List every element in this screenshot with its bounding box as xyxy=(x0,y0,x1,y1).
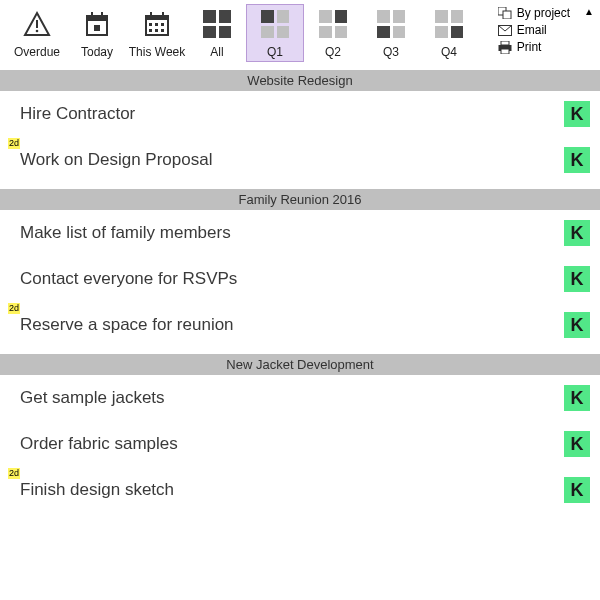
task-title-wrap: Get sample jackets xyxy=(20,388,564,408)
assignee-badge[interactable]: K xyxy=(564,266,590,292)
task-row[interactable]: Contact everyone for RSVPsK xyxy=(0,256,600,302)
grid-q3-icon xyxy=(376,9,406,39)
svg-rect-9 xyxy=(150,12,152,17)
tab-q2[interactable]: Q2 xyxy=(304,4,362,62)
task-row[interactable]: Get sample jacketsK xyxy=(0,375,600,421)
task-row[interactable]: 2dWork on Design ProposalK xyxy=(0,137,600,183)
menu-email[interactable]: Email xyxy=(498,23,570,37)
svg-rect-18 xyxy=(503,11,511,19)
task-title: Hire Contractor xyxy=(20,104,135,123)
side-menu: By project Email Print xyxy=(498,4,570,54)
assignee-badge[interactable]: K xyxy=(564,220,590,246)
svg-rect-10 xyxy=(162,12,164,17)
grid-q4-icon xyxy=(434,9,464,39)
task-title-wrap: Hire Contractor xyxy=(20,104,564,124)
section-header: Website Redesign xyxy=(0,70,600,91)
tab-today[interactable]: Today xyxy=(68,4,126,62)
toolbar: Overdue Today This Week All Q1 Q2 xyxy=(0,0,600,62)
svg-rect-12 xyxy=(155,23,158,26)
assignee-badge[interactable]: K xyxy=(564,312,590,338)
svg-rect-8 xyxy=(146,16,168,20)
assignee-badge[interactable]: K xyxy=(564,477,590,503)
section-header: New Jacket Development xyxy=(0,354,600,375)
svg-rect-16 xyxy=(161,29,164,32)
assignee-badge[interactable]: K xyxy=(564,431,590,457)
task-title: Order fabric samples xyxy=(20,434,178,453)
task-title-wrap: Order fabric samples xyxy=(20,434,564,454)
grid-q1-icon xyxy=(260,9,290,39)
svg-rect-3 xyxy=(87,16,107,21)
tab-label: Today xyxy=(81,45,113,59)
task-title-wrap: 2dWork on Design Proposal xyxy=(20,150,564,170)
svg-rect-13 xyxy=(161,23,164,26)
task-row[interactable]: Order fabric samplesK xyxy=(0,421,600,467)
print-icon xyxy=(498,41,512,54)
svg-rect-15 xyxy=(155,29,158,32)
grid-all-icon xyxy=(202,9,232,39)
task-title-wrap: Contact everyone for RSVPs xyxy=(20,269,564,289)
task-title: Contact everyone for RSVPs xyxy=(20,269,237,288)
tab-label: Q3 xyxy=(383,45,399,59)
due-badge: 2d xyxy=(8,468,20,479)
menu-label: By project xyxy=(517,6,570,20)
tab-q4[interactable]: Q4 xyxy=(420,4,478,62)
svg-rect-14 xyxy=(149,29,152,32)
tab-overdue[interactable]: Overdue xyxy=(6,4,68,62)
tab-all[interactable]: All xyxy=(188,4,246,62)
svg-rect-5 xyxy=(101,12,103,17)
svg-rect-22 xyxy=(501,49,509,54)
collapse-arrow-icon[interactable]: ▲ xyxy=(584,6,594,17)
tab-q3[interactable]: Q3 xyxy=(362,4,420,62)
due-badge: 2d xyxy=(8,303,20,314)
tab-label: Overdue xyxy=(14,45,60,59)
task-row[interactable]: Make list of family membersK xyxy=(0,210,600,256)
tab-label: All xyxy=(210,45,223,59)
task-title: Work on Design Proposal xyxy=(20,150,212,169)
warning-icon xyxy=(22,9,52,39)
due-badge: 2d xyxy=(8,138,20,149)
assignee-badge[interactable]: K xyxy=(564,385,590,411)
menu-label: Print xyxy=(517,40,542,54)
assignee-badge[interactable]: K xyxy=(564,147,590,173)
email-icon xyxy=(498,25,512,36)
tab-label: Q1 xyxy=(267,45,283,59)
task-groups: Website RedesignHire ContractorK2dWork o… xyxy=(0,70,600,513)
menu-label: Email xyxy=(517,23,547,37)
group-by-project[interactable]: By project xyxy=(498,6,570,20)
calendar-day-icon xyxy=(82,9,112,39)
section-header: Family Reunion 2016 xyxy=(0,189,600,210)
group-icon xyxy=(498,7,512,19)
task-row[interactable]: Hire ContractorK xyxy=(0,91,600,137)
task-row[interactable]: 2dFinish design sketchK xyxy=(0,467,600,513)
task-title-wrap: Make list of family members xyxy=(20,223,564,243)
svg-rect-11 xyxy=(149,23,152,26)
svg-rect-20 xyxy=(501,41,509,45)
tab-q1[interactable]: Q1 xyxy=(246,4,304,62)
svg-rect-4 xyxy=(91,12,93,17)
task-title: Make list of family members xyxy=(20,223,231,242)
assignee-badge[interactable]: K xyxy=(564,101,590,127)
tab-label: Q4 xyxy=(441,45,457,59)
task-title: Get sample jackets xyxy=(20,388,165,407)
calendar-week-icon xyxy=(142,9,172,39)
svg-point-1 xyxy=(36,30,39,33)
svg-rect-6 xyxy=(94,25,100,31)
task-title-wrap: 2dReserve a space for reunion xyxy=(20,315,564,335)
menu-print[interactable]: Print xyxy=(498,40,570,54)
task-title: Finish design sketch xyxy=(20,480,174,499)
filter-tabs: Overdue Today This Week All Q1 Q2 xyxy=(6,4,478,62)
grid-q2-icon xyxy=(318,9,348,39)
task-title-wrap: 2dFinish design sketch xyxy=(20,480,564,500)
tab-thisweek[interactable]: This Week xyxy=(126,4,188,62)
task-title: Reserve a space for reunion xyxy=(20,315,234,334)
tab-label: This Week xyxy=(129,45,185,59)
tab-label: Q2 xyxy=(325,45,341,59)
task-row[interactable]: 2dReserve a space for reunionK xyxy=(0,302,600,348)
